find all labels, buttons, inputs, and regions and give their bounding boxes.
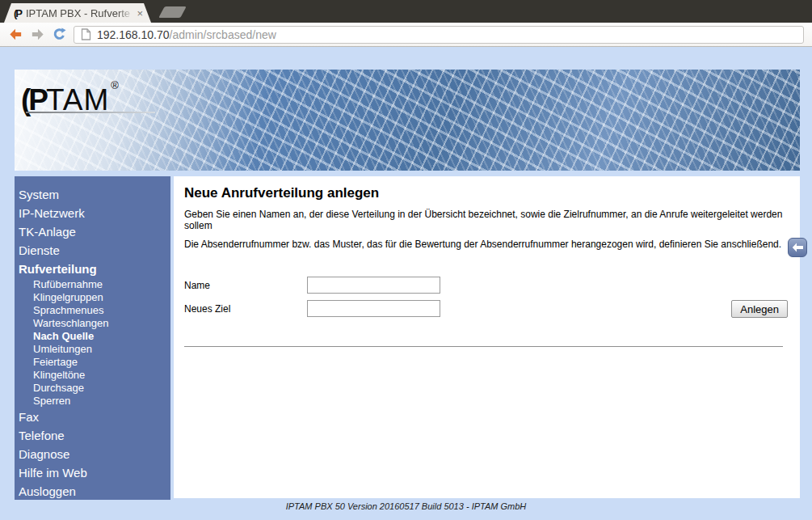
intro-paragraph-2: Die Absenderrufnummer bzw. das Muster, d… xyxy=(184,239,786,250)
sidebar-item-sperren[interactable]: Sperren xyxy=(15,395,170,408)
browser-titlebar: (P IPTAM PBX - Rufverte × xyxy=(0,0,812,23)
forward-icon[interactable] xyxy=(30,27,45,42)
new-tab-button[interactable] xyxy=(158,6,186,18)
sidebar-item-diagnose[interactable]: Diagnose xyxy=(15,445,170,463)
page-title: Neue Anrufverteilung anlegen xyxy=(184,185,789,201)
sidebar-item-system[interactable]: System xyxy=(15,185,170,204)
address-bar[interactable]: 192.168.10.70/admin/srcbased/new xyxy=(74,26,804,44)
page-icon xyxy=(81,28,91,40)
back-icon[interactable] xyxy=(8,27,23,42)
sidebar-item-rufuebernahme[interactable]: Rufübernahme xyxy=(15,278,170,291)
url-host: 192.168.10.70 xyxy=(97,28,170,41)
sidebar-item-umleitungen[interactable]: Umleitungen xyxy=(15,343,170,356)
registered-mark: ® xyxy=(111,79,119,91)
content-divider xyxy=(184,346,783,347)
url-text: 192.168.10.70/admin/srcbased/new xyxy=(97,27,276,42)
browser-toolbar: 192.168.10.70/admin/srcbased/new xyxy=(0,23,812,47)
logo-underline xyxy=(26,112,155,113)
sidebar-item-nach-quelle[interactable]: Nach Quelle xyxy=(15,330,170,343)
sidebar-item-dienste[interactable]: Dienste xyxy=(15,241,170,260)
reload-icon[interactable] xyxy=(52,27,67,42)
sidebar-item-feiertage[interactable]: Feiertage xyxy=(15,356,170,369)
close-tab-icon[interactable]: × xyxy=(137,7,143,19)
sidebar-item-ausloggen[interactable]: Ausloggen xyxy=(15,482,170,501)
anlegen-button[interactable]: Anlegen xyxy=(731,300,788,318)
sidebar-item-telefone[interactable]: Telefone xyxy=(15,426,170,445)
main-content: Neue Anrufverteilung anlegen Geben Sie e… xyxy=(174,176,800,498)
page-body: (PTAM® SystemIP-NetzwerkTK-AnlageDienste… xyxy=(0,47,812,518)
sidebar-item-fax[interactable]: Fax xyxy=(15,408,170,426)
url-path: /admin/srcbased/new xyxy=(170,28,276,41)
browser-tab[interactable]: (P IPTAM PBX - Rufverte × xyxy=(4,3,151,23)
sidebar-item-rufverteilung[interactable]: Rufverteilung xyxy=(15,260,170,278)
sidebar-item-tk-anlage[interactable]: TK-Anlage xyxy=(15,222,170,241)
form-spacer xyxy=(184,257,789,277)
target-input[interactable] xyxy=(307,300,440,317)
favicon-icon: (P xyxy=(14,7,21,19)
target-label: Neues Ziel xyxy=(184,303,230,315)
sidebar-item-klingeltoene[interactable]: Klingeltöne xyxy=(15,369,170,382)
name-row: Name xyxy=(184,277,789,300)
header-banner-image: (PTAM® xyxy=(15,70,800,171)
back-arrow-icon xyxy=(792,243,804,252)
back-nav-button[interactable] xyxy=(788,238,807,257)
sidebar-nav: SystemIP-NetzwerkTK-AnlageDiensteRufvert… xyxy=(15,176,170,500)
target-row: Neues Ziel Anlegen xyxy=(184,300,789,323)
sidebar-item-sprachmenues[interactable]: Sprachmenues xyxy=(15,304,170,317)
tab-title: IPTAM PBX - Rufverte xyxy=(26,7,133,19)
sidebar-item-hilfe-im-web[interactable]: Hilfe im Web xyxy=(15,463,170,482)
footer-version-text: IPTAM PBX 50 Version 20160517 Build 5013… xyxy=(0,501,812,511)
sidebar-item-durchsage[interactable]: Durchsage xyxy=(15,382,170,395)
name-input[interactable] xyxy=(307,277,440,294)
sidebar-item-klingelgruppen[interactable]: Klingelgruppen xyxy=(15,291,170,304)
sidebar-item-ip-netzwerk[interactable]: IP-Netzwerk xyxy=(15,204,170,222)
sidebar-item-warteschlangen[interactable]: Warteschlangen xyxy=(15,317,170,330)
intro-paragraph-1: Geben Sie einen Namen an, der diese Vert… xyxy=(184,209,786,231)
name-label: Name xyxy=(184,280,210,291)
